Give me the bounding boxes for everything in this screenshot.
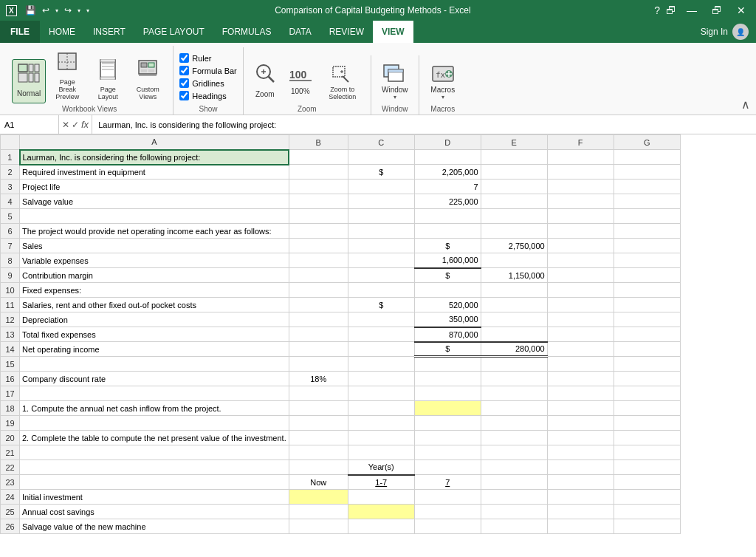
cell-e14[interactable]: 280,000	[481, 342, 547, 357]
cell-g2[interactable]	[614, 165, 680, 180]
cell-f12[interactable]	[547, 312, 614, 327]
sheet-area[interactable]: A B C D E F G 1Laurman, Inc. is consider…	[0, 134, 756, 557]
cell-c18[interactable]	[348, 401, 414, 416]
cell-c25[interactable]	[348, 505, 414, 519]
cell-b13[interactable]	[289, 327, 348, 342]
undo-qat-button[interactable]: ↩	[40, 4, 52, 17]
cell-d24[interactable]	[414, 490, 481, 505]
headings-checkbox-item[interactable]: Headings	[179, 91, 226, 100]
cell-g7[interactable]	[614, 239, 680, 253]
cell-c22[interactable]: Year(s)	[348, 460, 414, 475]
cell-c4[interactable]	[348, 194, 414, 209]
row-number-14[interactable]: 14	[1, 342, 20, 357]
cell-e6[interactable]	[481, 224, 547, 239]
row-number-18[interactable]: 18	[1, 401, 20, 416]
menu-review[interactable]: REVIEW	[320, 21, 373, 43]
cell-e19[interactable]	[481, 416, 547, 431]
cell-e21[interactable]	[481, 445, 547, 460]
cell-d21[interactable]	[414, 445, 481, 460]
row-number-23[interactable]: 23	[1, 475, 20, 490]
cell-d5[interactable]	[414, 209, 481, 224]
normal-view-button[interactable]: Normal	[12, 59, 46, 103]
cell-b16[interactable]: 18%	[289, 372, 348, 386]
cell-g25[interactable]	[614, 505, 680, 519]
cell-c12[interactable]	[348, 312, 414, 327]
cell-c1[interactable]	[348, 150, 414, 165]
cell-d22[interactable]	[414, 460, 481, 475]
cell-g5[interactable]	[614, 209, 680, 224]
headings-checkbox[interactable]	[179, 91, 189, 100]
cell-g23[interactable]	[614, 475, 680, 490]
cell-e5[interactable]	[481, 209, 547, 224]
cell-f6[interactable]	[547, 224, 614, 239]
cell-d20[interactable]	[414, 431, 481, 445]
cell-a25[interactable]: Annual cost savings	[20, 505, 289, 519]
cell-d10[interactable]	[414, 283, 481, 298]
menu-file[interactable]: FILE	[0, 21, 40, 43]
cell-c3[interactable]	[348, 180, 414, 194]
cell-d1[interactable]	[414, 150, 481, 165]
cell-d7[interactable]: $	[414, 239, 481, 253]
cell-e22[interactable]	[481, 460, 547, 475]
cell-e16[interactable]	[481, 372, 547, 386]
formula-bar-checkbox-item[interactable]: Formula Bar	[179, 66, 237, 75]
cell-a9[interactable]: Contribution margin	[20, 268, 289, 283]
cell-c2[interactable]: $	[348, 165, 414, 180]
cell-a14[interactable]: Net operating income	[20, 342, 289, 357]
cell-a24[interactable]: Initial investment	[20, 490, 289, 505]
col-header-b[interactable]: B	[289, 135, 348, 150]
cell-g26[interactable]	[614, 519, 680, 534]
cell-b18[interactable]	[289, 401, 348, 416]
cell-c16[interactable]	[348, 372, 414, 386]
row-number-15[interactable]: 15	[1, 357, 20, 372]
cell-e24[interactable]	[481, 490, 547, 505]
cell-d11[interactable]: 520,000	[414, 298, 481, 312]
cell-a20[interactable]: 2. Complete the table to compute the net…	[20, 431, 289, 445]
menu-home[interactable]: HOME	[40, 21, 84, 43]
cell-g8[interactable]	[614, 253, 680, 268]
cell-b7[interactable]	[289, 239, 348, 253]
cell-b12[interactable]	[289, 312, 348, 327]
cell-g13[interactable]	[614, 327, 680, 342]
cell-e11[interactable]	[481, 298, 547, 312]
cell-g1[interactable]	[614, 150, 680, 165]
gridlines-checkbox[interactable]	[179, 78, 189, 88]
cell-a12[interactable]: Depreciation	[20, 312, 289, 327]
menu-page-layout[interactable]: PAGE LAYOUT	[134, 21, 213, 43]
cell-a3[interactable]: Project life	[20, 180, 289, 194]
cell-b6[interactable]	[289, 224, 348, 239]
cell-c17[interactable]	[348, 386, 414, 401]
cell-b4[interactable]	[289, 194, 348, 209]
zoom-button[interactable]: Zoom	[250, 59, 281, 103]
row-number-22[interactable]: 22	[1, 460, 20, 475]
cell-a5[interactable]	[20, 209, 289, 224]
cell-e2[interactable]	[481, 165, 547, 180]
cell-b25[interactable]	[289, 505, 348, 519]
row-number-3[interactable]: 3	[1, 180, 20, 194]
name-box[interactable]	[0, 115, 59, 134]
cell-d23[interactable]: 7	[414, 475, 481, 490]
cell-a23[interactable]	[20, 475, 289, 490]
cell-d18[interactable]	[414, 401, 481, 416]
cell-b11[interactable]	[289, 298, 348, 312]
page-break-preview-button[interactable]: Page BreakPreview	[47, 49, 87, 103]
row-number-2[interactable]: 2	[1, 165, 20, 180]
cell-c9[interactable]	[348, 268, 414, 283]
cell-g10[interactable]	[614, 283, 680, 298]
cell-g11[interactable]	[614, 298, 680, 312]
cell-f7[interactable]	[547, 239, 614, 253]
cell-c10[interactable]	[348, 283, 414, 298]
cell-f3[interactable]	[547, 180, 614, 194]
row-number-21[interactable]: 21	[1, 445, 20, 460]
cell-e18[interactable]	[481, 401, 547, 416]
cell-f13[interactable]	[547, 327, 614, 342]
cell-d25[interactable]	[414, 505, 481, 519]
cell-e10[interactable]	[481, 283, 547, 298]
row-number-17[interactable]: 17	[1, 386, 20, 401]
row-number-20[interactable]: 20	[1, 431, 20, 445]
col-header-d[interactable]: D	[414, 135, 481, 150]
cell-g9[interactable]	[614, 268, 680, 283]
cell-a2[interactable]: Required investment in equipment	[20, 165, 289, 180]
cell-d6[interactable]	[414, 224, 481, 239]
cell-f16[interactable]	[547, 372, 614, 386]
